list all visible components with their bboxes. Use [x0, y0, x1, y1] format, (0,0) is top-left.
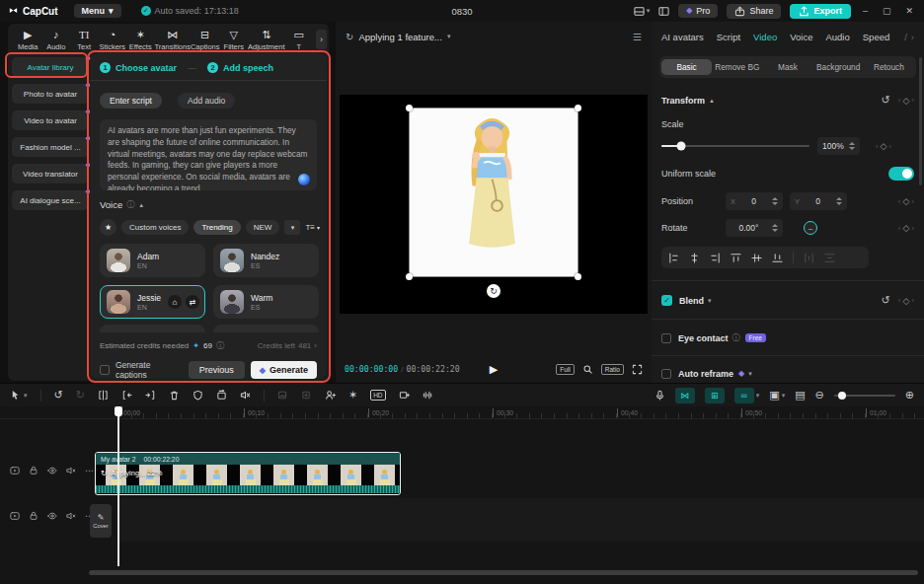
- voice-card-partial[interactable]: [100, 325, 205, 332]
- keyframe-next-icon[interactable]: ›: [911, 296, 914, 305]
- toolbar-tab-audio[interactable]: ♪ Audio: [42, 29, 71, 51]
- align-left-icon[interactable]: [668, 253, 679, 263]
- voice-card-nandez[interactable]: Nandez ES: [213, 244, 319, 277]
- keyframe-icon[interactable]: ◇: [902, 296, 909, 306]
- ratio-button[interactable]: Ratio: [601, 364, 624, 375]
- keyframe-icon[interactable]: ◇: [902, 96, 909, 106]
- rotate-dial[interactable]: –: [804, 221, 817, 235]
- eye-icon[interactable]: [47, 511, 57, 521]
- chevron-down-icon[interactable]: ▾: [447, 33, 451, 40]
- toolbar-tab-adjustment[interactable]: ⇅ Adjustment: [248, 29, 285, 51]
- add-video-button[interactable]: [399, 390, 410, 401]
- avatar-video-clip[interactable]: My avatar 2 00:00:22:20 ↻ Applying... 22…: [95, 452, 401, 495]
- tab-audio[interactable]: Audio: [825, 32, 849, 42]
- scale-slider[interactable]: [661, 145, 809, 147]
- track-more-button[interactable]: ⋯: [85, 466, 94, 475]
- keyframe-icon[interactable]: ◇: [902, 223, 909, 233]
- sidebar-item-video-translator[interactable]: Video translator ◆: [12, 164, 89, 183]
- resize-handle-top-right[interactable]: [575, 105, 581, 111]
- zoom-in-button[interactable]: ⊕: [905, 390, 914, 401]
- play-button[interactable]: ▶: [490, 363, 498, 376]
- keyframe-next-icon[interactable]: ›: [911, 96, 914, 105]
- delete-button[interactable]: [169, 390, 180, 401]
- info-icon[interactable]: ⓘ: [126, 199, 134, 210]
- rotate-handle[interactable]: ↻: [487, 284, 500, 298]
- collapse-icon[interactable]: ▲: [138, 202, 144, 208]
- blend-keyframe-nav[interactable]: ‹ ◇ ›: [898, 296, 914, 306]
- split-button[interactable]: [98, 390, 109, 401]
- uniform-scale-toggle[interactable]: [888, 167, 914, 181]
- toolbar-tab-transitions[interactable]: ⋈ Transitions: [155, 29, 191, 51]
- add-audio-button[interactable]: Add audio: [178, 93, 235, 109]
- add-audio-track-button[interactable]: [423, 390, 433, 401]
- align-middle-icon[interactable]: [751, 253, 762, 263]
- position-y-input[interactable]: Y 0: [790, 192, 847, 210]
- toolbar-tab-captions[interactable]: ⊟ Captions: [191, 29, 220, 51]
- tabs-scroll-right-button[interactable]: ›: [911, 32, 914, 42]
- filter-trending[interactable]: Trending: [193, 220, 240, 235]
- align-center-horizontal-icon[interactable]: [689, 253, 700, 263]
- sidebar-item-avatar-library[interactable]: Avatar library ◆: [12, 57, 89, 77]
- speaker-icon[interactable]: [66, 466, 76, 475]
- adjust-layout-button[interactable]: ▤: [795, 390, 805, 401]
- panel-layout-button[interactable]: [658, 6, 669, 17]
- cover-button[interactable]: ✎ Cover: [90, 504, 112, 538]
- step-1-label[interactable]: Choose avatar: [116, 63, 177, 73]
- transform-crop-button[interactable]: [216, 390, 227, 401]
- script-textarea[interactable]: AI avatars are more than just fun experi…: [100, 119, 317, 190]
- info-icon[interactable]: ⓘ: [732, 332, 740, 343]
- tab-voice[interactable]: Voice: [790, 32, 812, 42]
- ai-assistant-icon[interactable]: [298, 174, 310, 185]
- toolbar-tab-stickers[interactable]: ◔ Stickers: [99, 29, 127, 51]
- align-top-icon[interactable]: [731, 253, 741, 263]
- scale-stepper[interactable]: [849, 142, 855, 150]
- rotate-keyframe-nav[interactable]: ‹ ◇ ›: [898, 223, 914, 233]
- align-bottom-icon[interactable]: [772, 253, 783, 263]
- tab-video[interactable]: Video: [753, 32, 777, 42]
- subtab-retouch[interactable]: Retouch: [864, 59, 914, 75]
- previous-button[interactable]: Previous: [189, 361, 245, 379]
- timeline-scrollbar[interactable]: [89, 570, 918, 575]
- keyframe-prev-icon[interactable]: ‹: [876, 142, 879, 151]
- keyframe-icon[interactable]: ◇: [902, 196, 909, 206]
- full-screen-quality-button[interactable]: Full: [556, 364, 574, 375]
- chevron-down-icon[interactable]: ▾: [782, 392, 786, 400]
- toolbar-tab-effects[interactable]: ✶ Effects: [126, 29, 155, 51]
- resize-handle-bottom-right[interactable]: [575, 273, 581, 280]
- toolbar-tab-text[interactable]: TI Text: [70, 29, 99, 51]
- toolbar-tab-filters[interactable]: ▽ Filters: [220, 29, 249, 51]
- lock-icon[interactable]: [29, 511, 38, 521]
- position-x-input[interactable]: X 0: [726, 192, 783, 210]
- share-button[interactable]: Share: [727, 4, 781, 19]
- reset-transform-button[interactable]: ↺: [882, 94, 890, 107]
- auto-cut-toggle[interactable]: ⋈: [675, 388, 695, 403]
- scale-value-input[interactable]: 100%: [817, 137, 860, 155]
- select-tool-button[interactable]: ▾: [10, 390, 28, 401]
- menu-button[interactable]: Menu ▾: [74, 4, 121, 18]
- lock-icon[interactable]: [29, 466, 38, 475]
- blend-section-label[interactable]: Blend: [679, 296, 704, 306]
- close-button[interactable]: ✕: [902, 6, 916, 16]
- hd-quality-button[interactable]: HD: [370, 390, 385, 401]
- layout-toggle-button[interactable]: ▾: [634, 6, 651, 17]
- magic-tools-button[interactable]: ✶: [348, 390, 357, 401]
- chevron-down-icon[interactable]: ▾: [756, 392, 760, 400]
- subtab-basic[interactable]: Basic: [661, 59, 712, 75]
- favorites-filter-button[interactable]: ★: [100, 219, 116, 236]
- timeline-zoom-slider[interactable]: [834, 395, 895, 397]
- collapse-icon[interactable]: ▲: [709, 98, 715, 104]
- voice-card-adam[interactable]: Adam EN: [100, 244, 205, 277]
- applying-status[interactable]: Applying 1 feature...: [358, 32, 442, 42]
- timeline-ruler[interactable]: 00:00 00:10 00:20 00:30 00:40 00:50 01:0…: [0, 406, 924, 419]
- toolbar-tab-media[interactable]: ▶ Media: [14, 29, 42, 51]
- filter-dropdown-button[interactable]: ▾: [284, 220, 300, 235]
- enter-script-button[interactable]: Enter script: [100, 93, 162, 109]
- export-button[interactable]: Export: [790, 4, 851, 19]
- zoom-out-button[interactable]: ⊖: [815, 390, 824, 401]
- reset-blend-button[interactable]: ↺: [882, 294, 890, 307]
- playhead-handle[interactable]: [115, 406, 122, 416]
- preview-menu-icon[interactable]: ☰: [633, 32, 642, 42]
- keyframe-prev-icon[interactable]: ‹: [898, 296, 901, 305]
- delete-left-button[interactable]: [121, 390, 132, 401]
- preview-canvas[interactable]: ↻: [340, 95, 648, 314]
